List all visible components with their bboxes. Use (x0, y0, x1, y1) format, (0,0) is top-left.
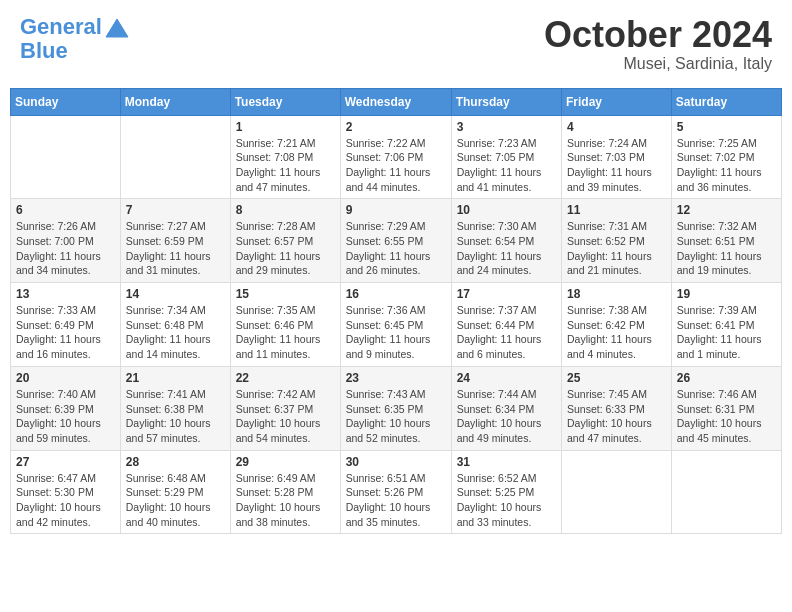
day-info: Sunrise: 7:35 AM Sunset: 6:46 PM Dayligh… (236, 303, 335, 362)
calendar-cell: 27Sunrise: 6:47 AM Sunset: 5:30 PM Dayli… (11, 450, 121, 534)
calendar-cell: 25Sunrise: 7:45 AM Sunset: 6:33 PM Dayli… (562, 366, 672, 450)
calendar-cell: 24Sunrise: 7:44 AM Sunset: 6:34 PM Dayli… (451, 366, 561, 450)
calendar-cell: 19Sunrise: 7:39 AM Sunset: 6:41 PM Dayli… (671, 283, 781, 367)
calendar-cell (562, 450, 672, 534)
day-info: Sunrise: 7:32 AM Sunset: 6:51 PM Dayligh… (677, 219, 776, 278)
calendar-cell: 31Sunrise: 6:52 AM Sunset: 5:25 PM Dayli… (451, 450, 561, 534)
calendar-cell: 14Sunrise: 7:34 AM Sunset: 6:48 PM Dayli… (120, 283, 230, 367)
calendar-cell: 13Sunrise: 7:33 AM Sunset: 6:49 PM Dayli… (11, 283, 121, 367)
day-number: 8 (236, 203, 335, 217)
day-number: 5 (677, 120, 776, 134)
day-info: Sunrise: 7:37 AM Sunset: 6:44 PM Dayligh… (457, 303, 556, 362)
day-number: 30 (346, 455, 446, 469)
calendar-cell: 22Sunrise: 7:42 AM Sunset: 6:37 PM Dayli… (230, 366, 340, 450)
calendar-cell: 21Sunrise: 7:41 AM Sunset: 6:38 PM Dayli… (120, 366, 230, 450)
calendar-cell (671, 450, 781, 534)
calendar-cell (120, 115, 230, 199)
day-info: Sunrise: 7:34 AM Sunset: 6:48 PM Dayligh… (126, 303, 225, 362)
day-number: 6 (16, 203, 115, 217)
day-info: Sunrise: 7:26 AM Sunset: 7:00 PM Dayligh… (16, 219, 115, 278)
title-section: October 2024 Musei, Sardinia, Italy (544, 15, 772, 73)
calendar-cell: 23Sunrise: 7:43 AM Sunset: 6:35 PM Dayli… (340, 366, 451, 450)
day-info: Sunrise: 6:49 AM Sunset: 5:28 PM Dayligh… (236, 471, 335, 530)
calendar-cell: 28Sunrise: 6:48 AM Sunset: 5:29 PM Dayli… (120, 450, 230, 534)
calendar-week-4: 20Sunrise: 7:40 AM Sunset: 6:39 PM Dayli… (11, 366, 782, 450)
calendar-table: Sunday Monday Tuesday Wednesday Thursday… (10, 88, 782, 535)
day-info: Sunrise: 6:47 AM Sunset: 5:30 PM Dayligh… (16, 471, 115, 530)
day-info: Sunrise: 6:48 AM Sunset: 5:29 PM Dayligh… (126, 471, 225, 530)
day-info: Sunrise: 7:39 AM Sunset: 6:41 PM Dayligh… (677, 303, 776, 362)
day-number: 10 (457, 203, 556, 217)
day-number: 9 (346, 203, 446, 217)
day-info: Sunrise: 7:25 AM Sunset: 7:02 PM Dayligh… (677, 136, 776, 195)
logo: General Blue (20, 15, 130, 63)
day-info: Sunrise: 7:44 AM Sunset: 6:34 PM Dayligh… (457, 387, 556, 446)
logo-text: General (20, 15, 102, 39)
calendar-week-1: 1Sunrise: 7:21 AM Sunset: 7:08 PM Daylig… (11, 115, 782, 199)
col-tuesday: Tuesday (230, 88, 340, 115)
day-info: Sunrise: 7:36 AM Sunset: 6:45 PM Dayligh… (346, 303, 446, 362)
day-number: 23 (346, 371, 446, 385)
day-info: Sunrise: 7:29 AM Sunset: 6:55 PM Dayligh… (346, 219, 446, 278)
calendar-cell: 9Sunrise: 7:29 AM Sunset: 6:55 PM Daylig… (340, 199, 451, 283)
logo-icon (104, 17, 130, 39)
calendar-cell: 12Sunrise: 7:32 AM Sunset: 6:51 PM Dayli… (671, 199, 781, 283)
col-wednesday: Wednesday (340, 88, 451, 115)
day-info: Sunrise: 7:21 AM Sunset: 7:08 PM Dayligh… (236, 136, 335, 195)
month-title: October 2024 (544, 15, 772, 55)
day-number: 13 (16, 287, 115, 301)
day-info: Sunrise: 6:52 AM Sunset: 5:25 PM Dayligh… (457, 471, 556, 530)
day-info: Sunrise: 7:27 AM Sunset: 6:59 PM Dayligh… (126, 219, 225, 278)
calendar-week-3: 13Sunrise: 7:33 AM Sunset: 6:49 PM Dayli… (11, 283, 782, 367)
location-title: Musei, Sardinia, Italy (544, 55, 772, 73)
day-number: 16 (346, 287, 446, 301)
calendar-cell: 16Sunrise: 7:36 AM Sunset: 6:45 PM Dayli… (340, 283, 451, 367)
col-monday: Monday (120, 88, 230, 115)
day-number: 18 (567, 287, 666, 301)
day-info: Sunrise: 7:33 AM Sunset: 6:49 PM Dayligh… (16, 303, 115, 362)
calendar-week-5: 27Sunrise: 6:47 AM Sunset: 5:30 PM Dayli… (11, 450, 782, 534)
day-number: 7 (126, 203, 225, 217)
day-info: Sunrise: 7:31 AM Sunset: 6:52 PM Dayligh… (567, 219, 666, 278)
day-number: 20 (16, 371, 115, 385)
day-info: Sunrise: 7:30 AM Sunset: 6:54 PM Dayligh… (457, 219, 556, 278)
calendar-cell: 6Sunrise: 7:26 AM Sunset: 7:00 PM Daylig… (11, 199, 121, 283)
day-number: 2 (346, 120, 446, 134)
day-info: Sunrise: 7:42 AM Sunset: 6:37 PM Dayligh… (236, 387, 335, 446)
day-info: Sunrise: 6:51 AM Sunset: 5:26 PM Dayligh… (346, 471, 446, 530)
logo-text-blue: Blue (20, 39, 130, 63)
day-number: 3 (457, 120, 556, 134)
day-info: Sunrise: 7:24 AM Sunset: 7:03 PM Dayligh… (567, 136, 666, 195)
svg-marker-0 (106, 19, 128, 37)
day-number: 12 (677, 203, 776, 217)
col-saturday: Saturday (671, 88, 781, 115)
day-info: Sunrise: 7:43 AM Sunset: 6:35 PM Dayligh… (346, 387, 446, 446)
calendar-cell: 2Sunrise: 7:22 AM Sunset: 7:06 PM Daylig… (340, 115, 451, 199)
calendar-cell (11, 115, 121, 199)
day-number: 11 (567, 203, 666, 217)
day-info: Sunrise: 7:46 AM Sunset: 6:31 PM Dayligh… (677, 387, 776, 446)
calendar-cell: 15Sunrise: 7:35 AM Sunset: 6:46 PM Dayli… (230, 283, 340, 367)
day-number: 15 (236, 287, 335, 301)
col-friday: Friday (562, 88, 672, 115)
col-sunday: Sunday (11, 88, 121, 115)
calendar-cell: 11Sunrise: 7:31 AM Sunset: 6:52 PM Dayli… (562, 199, 672, 283)
calendar-cell: 17Sunrise: 7:37 AM Sunset: 6:44 PM Dayli… (451, 283, 561, 367)
day-number: 21 (126, 371, 225, 385)
day-number: 25 (567, 371, 666, 385)
calendar-cell: 26Sunrise: 7:46 AM Sunset: 6:31 PM Dayli… (671, 366, 781, 450)
day-number: 1 (236, 120, 335, 134)
day-info: Sunrise: 7:23 AM Sunset: 7:05 PM Dayligh… (457, 136, 556, 195)
day-number: 4 (567, 120, 666, 134)
calendar-cell: 4Sunrise: 7:24 AM Sunset: 7:03 PM Daylig… (562, 115, 672, 199)
calendar-cell: 29Sunrise: 6:49 AM Sunset: 5:28 PM Dayli… (230, 450, 340, 534)
day-number: 17 (457, 287, 556, 301)
day-number: 26 (677, 371, 776, 385)
calendar-cell: 7Sunrise: 7:27 AM Sunset: 6:59 PM Daylig… (120, 199, 230, 283)
calendar-header-row: Sunday Monday Tuesday Wednesday Thursday… (11, 88, 782, 115)
day-number: 31 (457, 455, 556, 469)
calendar-week-2: 6Sunrise: 7:26 AM Sunset: 7:00 PM Daylig… (11, 199, 782, 283)
day-info: Sunrise: 7:45 AM Sunset: 6:33 PM Dayligh… (567, 387, 666, 446)
calendar-cell: 30Sunrise: 6:51 AM Sunset: 5:26 PM Dayli… (340, 450, 451, 534)
page-header: General Blue October 2024 Musei, Sardini… (10, 10, 782, 78)
